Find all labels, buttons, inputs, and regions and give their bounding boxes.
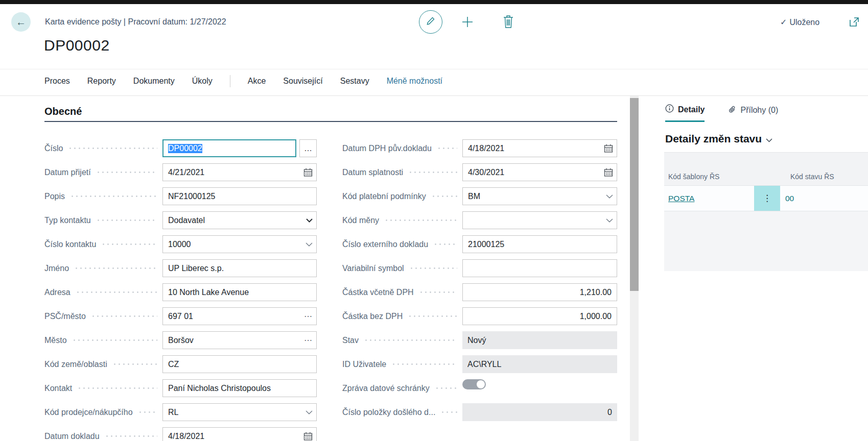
status-code-value: 00 (785, 194, 794, 203)
menu-item-more-options[interactable]: Méně možností (387, 77, 442, 86)
toggle-zprava-datove-schranky[interactable] (462, 379, 486, 389)
field-value: RL (168, 408, 178, 417)
field-datum-prijeti[interactable]: 4/21/2021 (162, 163, 317, 181)
page-title: DP00002 (44, 37, 110, 54)
field-jmeno[interactable]: UP Liberec s.p. (162, 259, 317, 277)
field-cislo-polozky-dosleho-d: 0 (462, 403, 617, 421)
tab-prilohy-0[interactable]: Přílohy (0) (728, 104, 778, 122)
field-value: 0 (607, 408, 612, 417)
field-kod-prodejce-nakupciho[interactable]: RL (162, 403, 317, 421)
field-cislo[interactable]: DP00002 (162, 139, 296, 157)
form-field-row: Datum splatnosti4/30/2021 (342, 160, 617, 184)
toggle-knob (477, 380, 485, 388)
field-control: 697 01⋯ (162, 307, 317, 325)
field-castka-bez-dph[interactable]: 1,000.00 (462, 307, 617, 325)
field-control: AC\RYLL (462, 355, 617, 373)
field-control: 21000125 (462, 235, 617, 253)
field-cislo-externiho-dokladu[interactable]: 21000125 (462, 235, 617, 253)
field-castka-vcetne-dph[interactable]: 1,210.00 (462, 283, 617, 301)
chevron-down-icon (306, 410, 313, 414)
form-field-row: KontaktPaní Nicholas Christopoulos (44, 376, 317, 400)
scrollbar-thumb[interactable] (630, 98, 639, 291)
dotted-leader (76, 291, 157, 293)
field-kod-meny[interactable] (462, 211, 617, 229)
dotted-leader (391, 363, 457, 365)
menu-item-proces[interactable]: Proces (44, 77, 70, 86)
row-menu-button[interactable]: ⋮ (754, 186, 780, 211)
factbox-heading[interactable]: Detaily změn stavu (665, 133, 772, 145)
dotted-leader (77, 387, 157, 389)
field-psc-mesto[interactable]: 697 01 (162, 307, 317, 325)
field-label: ID Uživatele (342, 360, 386, 369)
field-value: 10000 (168, 240, 191, 249)
calendar-icon (303, 432, 313, 441)
field-label: Částka včetně DPH (342, 288, 414, 297)
field-kod-platebni-podminky[interactable]: BM (462, 187, 617, 205)
form-field-row: Číslo kontaktu10000 (44, 232, 317, 256)
menu-item-souvisejici[interactable]: Související (283, 77, 322, 86)
field-label: Stav (342, 336, 359, 345)
field-cislo-kontaktu[interactable]: 10000 (162, 235, 317, 253)
menu-item-ukoly[interactable]: Úkoly (192, 77, 213, 86)
menu-item-dokumenty[interactable]: Dokumenty (133, 77, 175, 86)
field-value: Dodavatel (168, 216, 205, 225)
field-control: 0 (462, 403, 617, 421)
edit-button[interactable] (419, 10, 442, 34)
field-control: 10 North Lake Avenue (162, 283, 317, 301)
column-header-template[interactable]: Kód šablony ŘS (668, 173, 719, 181)
tab-detaily[interactable]: Detaily (665, 104, 705, 122)
table-header: Kód šablony ŘS Kód stavu ŘS (664, 152, 868, 185)
form-field-row: Datum DPH pův.dokladu4/18/2021 (342, 136, 617, 160)
menu-item-sestavy[interactable]: Sestavy (340, 77, 369, 86)
field-kontakt[interactable]: Paní Nicholas Christopoulos (162, 379, 317, 397)
menu-item-reporty[interactable]: Reporty (87, 77, 116, 86)
field-datum-dokladu[interactable]: 4/18/2021 (162, 427, 317, 441)
column-header-status[interactable]: Kód stavu ŘS (790, 173, 834, 181)
tab-label: Přílohy (0) (740, 106, 778, 115)
dotted-leader (72, 339, 157, 341)
dotted-leader (409, 267, 457, 269)
delete-button[interactable] (502, 15, 514, 29)
form-field-row: Kód platební podmínkyBM (342, 184, 617, 208)
menu-item-akce[interactable]: Akce (248, 77, 266, 86)
field-variabilni-symbol[interactable] (462, 259, 617, 277)
form-field-row: PopisNF21000125 (44, 184, 317, 208)
dotted-leader (138, 411, 157, 413)
field-datum-splatnosti[interactable]: 4/30/2021 (462, 163, 617, 181)
field-mesto[interactable]: Boršov (162, 331, 317, 349)
field-adresa[interactable]: 10 North Lake Avenue (162, 283, 317, 301)
paperclip-icon (728, 105, 736, 116)
field-datum-dph-puv-dokladu[interactable]: 4/18/2021 (462, 139, 617, 157)
trash-icon (502, 21, 514, 30)
field-control: Nový (462, 331, 617, 349)
field-value: CZ (168, 360, 179, 369)
back-button[interactable]: ← (11, 12, 31, 32)
ellipsis-icon: ⋯ (304, 335, 312, 345)
chevron-down-icon (606, 194, 613, 199)
divider (0, 69, 868, 69)
field-label: PSČ/město (44, 312, 86, 321)
status-code-cell: 00 (780, 186, 794, 211)
new-button[interactable] (461, 16, 474, 28)
chevron-down-icon (766, 133, 772, 145)
dotted-leader (91, 315, 157, 317)
field-kod-zeme-oblasti[interactable]: CZ (162, 355, 317, 373)
field-popis[interactable]: NF21000125 (162, 187, 317, 205)
popout-button[interactable] (848, 16, 860, 28)
field-label: Kód měny (342, 216, 379, 225)
field-control: 10000 (162, 235, 317, 253)
form-column-right: Datum DPH pův.dokladu4/18/2021Datum spla… (342, 136, 617, 424)
section-title-obecne: Obecné (44, 106, 82, 117)
assist-edit-button[interactable]: … (299, 139, 317, 157)
field-typ-kontaktu[interactable]: Dodavatel (162, 211, 317, 229)
form-field-row: Zpráva datové schránky (342, 376, 617, 400)
field-label: Kód platební podmínky (342, 192, 426, 201)
saved-label: Uloženo (789, 18, 819, 27)
form-field-row: StavNový (342, 328, 617, 352)
dotted-leader (96, 219, 157, 221)
field-label: Datum DPH pův.dokladu (342, 144, 432, 153)
field-value: 4/18/2021 (468, 144, 504, 153)
template-code-link[interactable]: POSTA (668, 194, 694, 203)
chevron-down-icon (606, 218, 613, 223)
field-label: Adresa (44, 288, 71, 297)
